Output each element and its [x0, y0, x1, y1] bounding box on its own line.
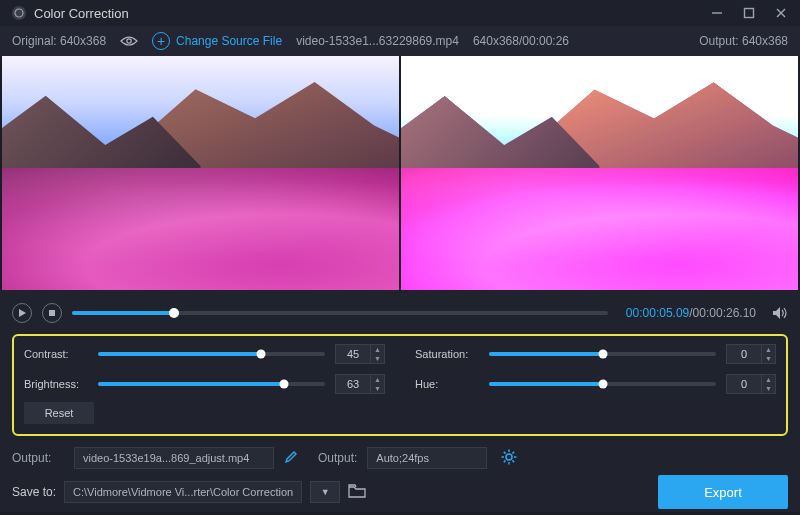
stop-button[interactable]	[42, 303, 62, 323]
svg-point-8	[506, 454, 512, 460]
brightness-slider[interactable]	[98, 382, 325, 386]
saturation-label: Saturation:	[415, 348, 479, 360]
hue-row: Hue: 0▲▼	[415, 374, 776, 394]
preview-eye-icon[interactable]	[120, 35, 138, 47]
contrast-slider[interactable]	[98, 352, 325, 356]
contrast-row: Contrast: 45▲▼	[24, 344, 385, 364]
chevron-up-icon: ▲	[761, 375, 775, 384]
saturation-spinner[interactable]: 0▲▼	[726, 344, 776, 364]
brightness-row: Brightness: 63▲▼	[24, 374, 385, 394]
output-format-label: Output:	[318, 451, 357, 465]
contrast-spinner[interactable]: 45▲▼	[335, 344, 385, 364]
color-adjustments-panel: Contrast: 45▲▼ Saturation: 0▲▼ Brightnes…	[12, 334, 788, 436]
preview-original	[2, 56, 399, 290]
output-size-label: Output: 640x368	[699, 34, 788, 48]
svg-rect-7	[49, 310, 55, 316]
plus-icon: +	[152, 32, 170, 50]
preview-row	[0, 56, 800, 290]
close-icon[interactable]	[774, 6, 788, 20]
output-format-field[interactable]: Auto;24fps	[367, 447, 487, 469]
saturation-row: Saturation: 0▲▼	[415, 344, 776, 364]
save-path-field[interactable]: C:\Vidmore\Vidmore Vi...rter\Color Corre…	[64, 481, 302, 503]
chevron-down-icon: ▼	[761, 384, 775, 393]
timeline-row: 00:00:05.09/00:00:26.10	[12, 298, 788, 328]
save-to-label: Save to:	[12, 485, 56, 499]
volume-icon[interactable]	[772, 306, 788, 320]
change-source-button[interactable]: + Change Source File	[152, 32, 282, 50]
svg-line-14	[513, 460, 515, 462]
output-file-label: Output:	[12, 451, 64, 465]
source-filename: video-1533e1...63229869.mp4	[296, 34, 459, 48]
brightness-label: Brightness:	[24, 378, 88, 390]
chevron-down-icon: ▼	[370, 384, 384, 393]
hue-slider[interactable]	[489, 382, 716, 386]
preview-output	[401, 56, 798, 290]
chevron-up-icon: ▲	[761, 345, 775, 354]
pencil-icon[interactable]	[284, 450, 298, 467]
contrast-label: Contrast:	[24, 348, 88, 360]
svg-line-15	[504, 460, 506, 462]
original-size-label: Original: 640x368	[12, 34, 106, 48]
chevron-down-icon: ▼	[370, 354, 384, 363]
infobar: Original: 640x368 + Change Source File v…	[0, 26, 800, 56]
svg-marker-6	[19, 309, 26, 317]
timeline-slider[interactable]	[72, 311, 608, 315]
svg-line-16	[513, 451, 515, 453]
maximize-icon[interactable]	[742, 6, 756, 20]
hue-label: Hue:	[415, 378, 479, 390]
minimize-icon[interactable]	[710, 6, 724, 20]
chevron-up-icon: ▲	[370, 375, 384, 384]
gear-icon[interactable]	[501, 449, 517, 468]
chevron-down-icon: ▼	[761, 354, 775, 363]
chevron-up-icon: ▲	[370, 345, 384, 354]
brightness-spinner[interactable]: 63▲▼	[335, 374, 385, 394]
folder-icon[interactable]	[348, 484, 366, 501]
svg-rect-2	[745, 9, 754, 18]
hue-spinner[interactable]: 0▲▼	[726, 374, 776, 394]
export-button[interactable]: Export	[658, 475, 788, 509]
change-source-label: Change Source File	[176, 34, 282, 48]
time-display: 00:00:05.09/00:00:26.10	[626, 306, 756, 320]
app-icon	[12, 6, 26, 20]
titlebar: Color Correction	[0, 0, 800, 26]
source-meta: 640x368/00:00:26	[473, 34, 569, 48]
svg-point-5	[127, 39, 131, 43]
saturation-slider[interactable]	[489, 352, 716, 356]
window-title: Color Correction	[34, 6, 710, 21]
save-path-dropdown[interactable]: ▼	[310, 481, 340, 503]
reset-button[interactable]: Reset	[24, 402, 94, 424]
play-button[interactable]	[12, 303, 32, 323]
svg-line-13	[504, 451, 506, 453]
output-filename-field[interactable]: video-1533e19a...869_adjust.mp4	[74, 447, 274, 469]
svg-point-0	[15, 9, 23, 17]
